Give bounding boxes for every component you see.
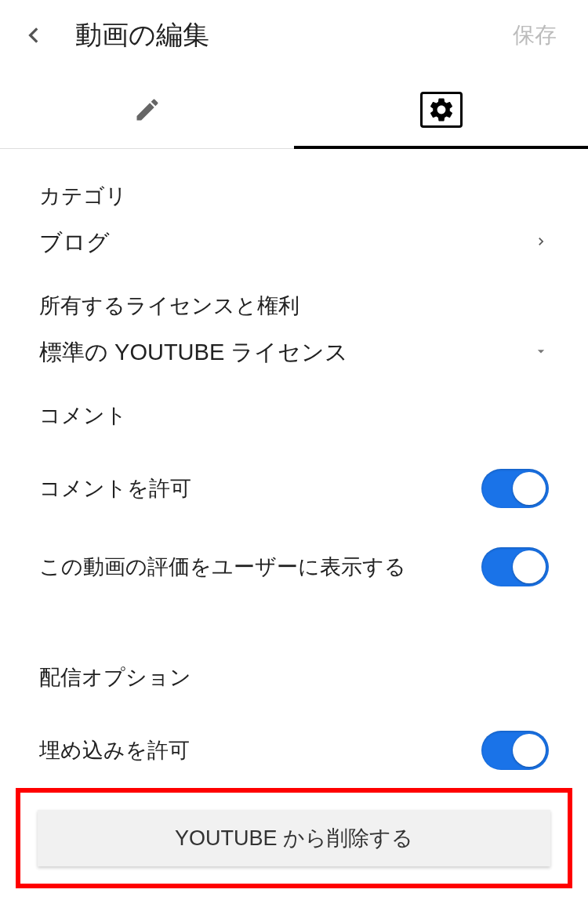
allow-embed-row: 埋め込みを許可: [39, 731, 549, 770]
tabs: [0, 71, 588, 149]
license-select[interactable]: 標準の YOUTUBE ライセンス: [39, 337, 549, 368]
chevron-left-icon: [24, 25, 45, 45]
category-label: カテゴリ: [39, 182, 549, 210]
allow-comments-toggle[interactable]: [481, 469, 549, 508]
pencil-icon: [133, 96, 162, 124]
allow-embed-toggle[interactable]: [481, 731, 549, 770]
license-value: 標準の YOUTUBE ライセンス: [39, 337, 348, 368]
show-ratings-row: この動画の評価をユーザーに表示する: [39, 547, 549, 586]
comments-section-title: コメント: [39, 401, 549, 430]
allow-embed-label: 埋め込みを許可: [39, 736, 190, 764]
allow-comments-row: コメントを許可: [39, 469, 549, 508]
show-ratings-toggle[interactable]: [481, 547, 549, 586]
content: カテゴリ ブログ 所有するライセンスと権利 標準の YOUTUBE ライセンス …: [0, 149, 588, 770]
header: 動画の編集 保存: [0, 0, 588, 71]
tab-settings[interactable]: [294, 71, 588, 148]
show-ratings-label: この動画の評価をユーザーに表示する: [39, 553, 406, 581]
license-label: 所有するライセンスと権利: [39, 292, 549, 320]
category-value: ブログ: [39, 227, 110, 259]
gear-box-icon: [420, 92, 463, 128]
chevron-right-icon: [533, 231, 549, 256]
tab-edit[interactable]: [0, 71, 294, 148]
delete-section-highlight: YOUTUBE から削除する: [16, 788, 572, 888]
page-title: 動画の編集: [75, 17, 513, 53]
allow-comments-label: コメントを許可: [39, 474, 191, 503]
distribution-section-title: 配信オプション: [39, 663, 549, 692]
back-button[interactable]: [16, 16, 53, 54]
delete-from-youtube-button[interactable]: YOUTUBE から削除する: [38, 810, 550, 866]
save-button[interactable]: 保存: [513, 20, 557, 50]
dropdown-arrow-icon: [533, 343, 549, 362]
category-select[interactable]: ブログ: [39, 227, 549, 259]
gear-icon: [427, 96, 456, 124]
